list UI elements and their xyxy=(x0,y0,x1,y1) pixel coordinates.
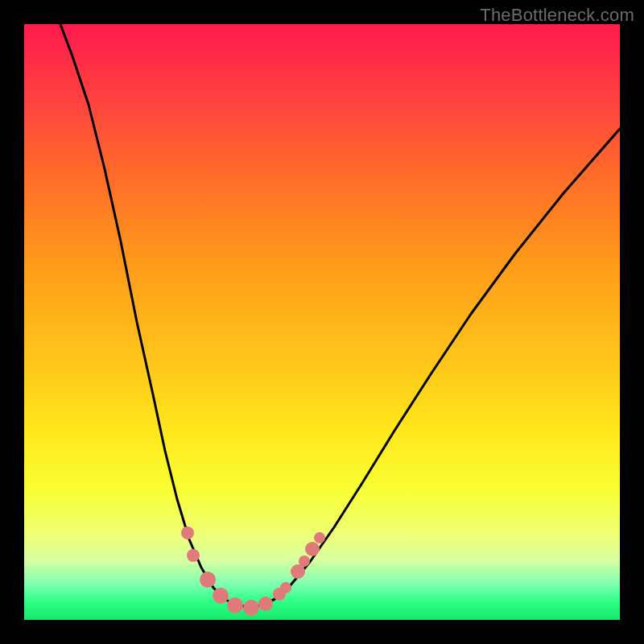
curve-marker xyxy=(181,526,194,539)
curve-layer xyxy=(24,24,620,620)
curve-marker xyxy=(305,542,320,556)
plot-area xyxy=(24,24,620,620)
watermark-text: TheBottleneck.com xyxy=(480,5,634,26)
curve-marker xyxy=(187,549,200,562)
curve-marker xyxy=(213,588,229,604)
curve-marker xyxy=(299,555,310,567)
chart-frame: TheBottleneck.com xyxy=(0,0,644,644)
curve-marker xyxy=(243,600,259,616)
curve-marker xyxy=(200,572,216,588)
bottleneck-curve xyxy=(60,24,620,606)
curve-marker xyxy=(314,532,325,543)
curve-marker xyxy=(227,597,243,613)
curve-marker xyxy=(258,597,273,611)
curve-marker xyxy=(280,582,291,593)
